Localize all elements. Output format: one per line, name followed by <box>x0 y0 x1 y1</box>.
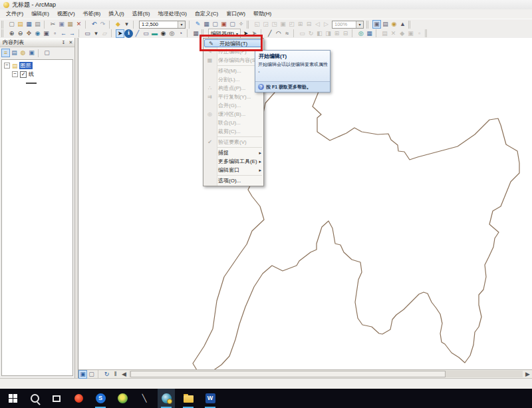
collapse-icon[interactable]: − <box>12 71 18 77</box>
fixed-zoom-out-icon[interactable]: ▫ <box>51 29 59 38</box>
toc-layer-label[interactable]: 线 <box>29 71 34 78</box>
select-features-icon[interactable]: ▭ <box>83 29 92 38</box>
menubar-item[interactable]: 插入(I) <box>104 9 128 19</box>
cut-icon[interactable]: ✂ <box>49 20 57 29</box>
find-icon[interactable]: ◉ <box>159 29 168 38</box>
paste-icon[interactable]: ▦ <box>66 20 74 29</box>
collapse-icon[interactable]: − <box>4 63 10 69</box>
curve-tool-icon[interactable]: ≈ <box>283 29 291 38</box>
full-extent-icon[interactable]: ◉ <box>33 29 42 38</box>
zoom-in-icon[interactable]: ⊕ <box>7 29 16 38</box>
fixed-zoom-in-icon[interactable]: ▣ <box>42 29 51 38</box>
menubar-item[interactable]: 文件(F) <box>2 9 27 19</box>
add-data-icon[interactable]: ◆ <box>114 20 122 29</box>
list-by-source-icon[interactable]: ▤ <box>10 49 19 57</box>
toc-root-label[interactable]: 图层 <box>19 62 33 69</box>
menu-item-options[interactable]: 选项(O)... <box>203 176 263 185</box>
menu-item-clip[interactable]: 裁剪(C)... <box>203 127 263 136</box>
go-to-xy-icon[interactable]: ◎ <box>168 29 176 38</box>
pan-icon[interactable]: ✥ <box>25 29 33 38</box>
measure-icon[interactable]: ▬ <box>150 29 159 38</box>
search-window-icon[interactable]: ▣ <box>219 20 228 29</box>
scroll-left-button[interactable]: ◀ <box>120 370 128 379</box>
model-builder-icon[interactable]: ✧ <box>237 20 245 29</box>
snapping-icon[interactable]: ◎ <box>356 29 365 38</box>
menubar-item[interactable]: 帮助(H) <box>249 9 275 19</box>
toc-symbol-row[interactable] <box>2 79 72 87</box>
horizontal-scrollbar[interactable]: ▣▢↻‖◀ ▶ <box>78 369 532 378</box>
toc-options-icon[interactable]: ▢ <box>43 49 51 57</box>
menu-item-merge[interactable]: 合并(G)... <box>203 101 263 110</box>
identify-icon[interactable]: ℹ <box>124 29 133 38</box>
time-slider-icon[interactable]: ◔ <box>176 29 185 38</box>
menu-item-editing-windows[interactable]: 编辑窗口▸ <box>203 166 263 174</box>
toolbar-grip[interactable] <box>408 21 413 29</box>
catalog-window-icon[interactable]: ▢ <box>211 20 219 29</box>
copy-icon[interactable]: ▣ <box>57 20 66 29</box>
undo-icon[interactable]: ↶ <box>90 20 98 29</box>
menubar-item[interactable]: 选择(S) <box>128 9 154 19</box>
task-view-icon[interactable] <box>48 389 65 408</box>
list-by-drawing-order-icon[interactable]: ≡ <box>1 49 10 57</box>
menu-item-union[interactable]: 联合(U)... <box>203 118 263 127</box>
list-by-visibility-icon[interactable]: ◍ <box>19 49 27 57</box>
word-icon[interactable]: W <box>201 389 219 408</box>
horizontal-scrollbar-track[interactable] <box>129 371 523 377</box>
toolbar-grip[interactable] <box>1 29 6 37</box>
print-icon[interactable]: ▤ <box>33 20 42 29</box>
search-icon[interactable] <box>26 389 43 408</box>
pinned-app-red-icon[interactable] <box>70 389 87 408</box>
attributes-table-icon[interactable]: ▦ <box>202 20 211 29</box>
redo-icon[interactable]: ↷ <box>98 20 107 29</box>
arcmap-taskbar-icon[interactable] <box>158 389 175 408</box>
close-icon[interactable]: ✕ <box>67 40 74 45</box>
menubar-item[interactable]: 视图(V) <box>53 9 79 19</box>
toolbar-grip[interactable] <box>247 21 251 29</box>
combo-dropdown-arrow[interactable]: ▾ <box>178 21 185 28</box>
pinned-app-browser-icon[interactable] <box>114 389 131 408</box>
combo-dropdown-arrow[interactable]: ▾ <box>356 21 363 28</box>
menu-item-parallel-copy[interactable]: ⇉平行复制(Y)... <box>203 93 263 101</box>
list-by-selection-icon[interactable]: ▣ <box>27 49 36 57</box>
zoom-out-icon[interactable]: ⊖ <box>16 29 25 38</box>
pin-icon[interactable]: ↧ <box>60 40 67 45</box>
toolbar-grip[interactable] <box>366 21 371 29</box>
menubar-item[interactable]: 书签(B) <box>79 9 105 19</box>
data-view-button[interactable]: ▣ <box>78 370 87 379</box>
scroll-right-button[interactable]: ▶ <box>523 370 532 379</box>
menu-item-validate-features[interactable]: ✔验证要素(V) <box>203 138 263 146</box>
forward-extent-icon[interactable]: → <box>68 29 76 38</box>
menu-item-buffer[interactable]: ◎缓冲区(B)... <box>203 110 263 118</box>
python-window-icon[interactable]: ▢ <box>228 20 237 29</box>
hyperlink-icon[interactable]: ╱ <box>133 29 142 38</box>
data-driven-pages-icon[interactable]: ▤ <box>381 20 390 29</box>
pinned-app-sogou-icon[interactable]: S <box>92 389 109 408</box>
layout-view-button[interactable]: ▢ <box>87 370 96 379</box>
publish-icon[interactable]: ▲ <box>398 20 407 29</box>
globe-lock-icon[interactable]: ◉ <box>390 20 398 29</box>
back-extent-icon[interactable]: ← <box>59 29 68 38</box>
html-popup-icon[interactable]: ▭ <box>142 29 150 38</box>
map-scale-combo[interactable]: 1:2,500▾ <box>139 21 186 29</box>
menubar-item[interactable]: 编辑(E) <box>27 9 53 19</box>
sketch-properties-icon[interactable]: ▦ <box>365 29 374 38</box>
menubar-item[interactable]: 地理处理(G) <box>154 9 191 19</box>
toc-root-row[interactable]: − ▤ 图层 <box>2 61 72 70</box>
editor-toolbar-toggle-icon[interactable]: ✎ <box>194 20 202 29</box>
add-data-dropdown-arrow[interactable]: ▾ <box>122 20 131 29</box>
pause-drawing-button[interactable]: ‖ <box>111 370 120 379</box>
menubar-item[interactable]: 自定义(C) <box>191 9 222 19</box>
open-folder-icon[interactable]: ▤ <box>16 20 25 29</box>
start-button[interactable] <box>4 389 21 408</box>
delete-icon[interactable]: ✕ <box>74 20 83 29</box>
horizontal-scrollbar-thumb[interactable] <box>130 371 446 377</box>
pinned-app-line-icon[interactable]: ╲ <box>136 389 153 408</box>
new-document-icon[interactable]: ▢ <box>7 20 16 29</box>
toc-layer-row[interactable]: − ✓ 线 <box>2 70 72 79</box>
menu-item-more-editing-tools[interactable]: 更多编辑工具(E)▸ <box>203 157 263 166</box>
arc-tool-icon[interactable]: ◠ <box>274 29 283 38</box>
toolbar-grip[interactable] <box>1 21 6 29</box>
select-elements-icon[interactable]: ➤ <box>116 29 124 38</box>
layout-toggle-icon[interactable]: ▣ <box>372 20 381 29</box>
file-explorer-icon[interactable] <box>180 389 197 408</box>
